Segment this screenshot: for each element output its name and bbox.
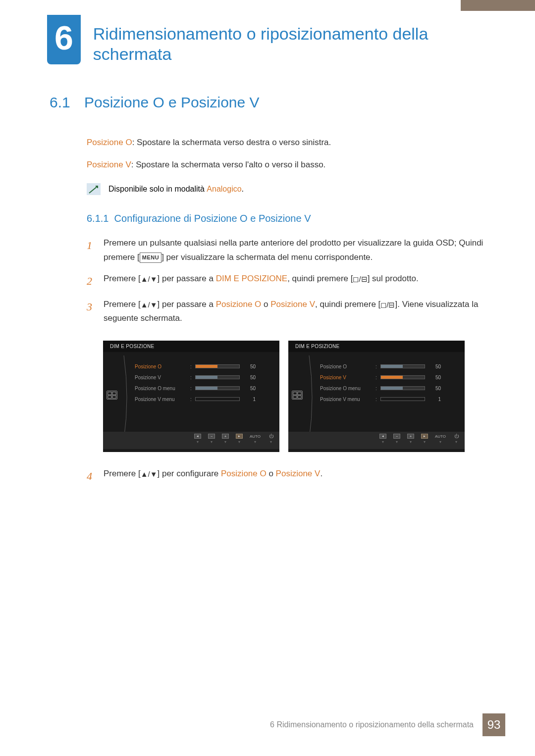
- osd-slider: [195, 386, 240, 390]
- osd-slider: [380, 364, 425, 368]
- osd-screenshots: DIM E POSIZIONEPosizione O:50Posizione V…: [103, 341, 485, 452]
- osd-auto-label: AUTO▾: [250, 434, 261, 444]
- osd-category-icon: [107, 391, 117, 400]
- section-title: Posizione O e Posizione V: [84, 94, 260, 110]
- step-number: 4: [87, 467, 104, 485]
- note-text: Disponibile solo in modalità Analogico.: [108, 185, 244, 194]
- step-4: 4 Premere [▲/▼] per configurare Posizion…: [87, 467, 485, 485]
- step-3: 3 Premere [▲/▼] per passare a Posizione …: [87, 298, 485, 326]
- osd-row-value: 1: [244, 397, 256, 402]
- up-down-key-icon: ▲/▼: [141, 300, 158, 308]
- svg-rect-8: [298, 396, 301, 398]
- svg-rect-6: [298, 392, 301, 395]
- osd-row: Posizione O:50: [320, 361, 459, 372]
- osd-slider: [195, 375, 240, 379]
- svg-rect-7: [293, 396, 297, 398]
- osd-back-icon: ◂▾: [194, 434, 201, 444]
- osd-row-label: Posizione O menu: [320, 386, 375, 391]
- osd-row: Posizione V menu:1: [320, 394, 459, 404]
- top-accent-bar: [461, 0, 535, 11]
- osd-power-icon: ⏻▾: [453, 434, 460, 444]
- up-down-key-icon: ▲/▼: [141, 275, 158, 283]
- steps-list: 1 Premere un pulsante qualsiasi nella pa…: [87, 236, 485, 326]
- osd-plus-icon: +▾: [222, 434, 229, 444]
- pos-o-description: Posizione O: Spostare la schermata verso…: [87, 136, 485, 149]
- pos-v-description: Posizione V: Spostare la schermata verso…: [87, 158, 485, 171]
- osd-panel-left: DIM E POSIZIONEPosizione O:50Posizione V…: [103, 341, 279, 452]
- step-2: 2 Premere [▲/▼] per passare a DIM E POSI…: [87, 272, 485, 290]
- osd-footer: ◂▾−▾+▾▸▾AUTO▾⏻▾: [103, 432, 279, 449]
- step-number: 3: [87, 298, 104, 326]
- chapter-title: Ridimensionamento o riposizionamento del…: [93, 15, 498, 64]
- footer-text: 6 Ridimensionamento o riposizionamento d…: [270, 720, 474, 729]
- pos-o-label: Posizione O: [87, 138, 132, 147]
- mode-analogico: Analogico: [207, 185, 241, 193]
- osd-row-value: 50: [244, 364, 256, 369]
- subsection-title: Configurazione di Posizione O e Posizion…: [114, 213, 311, 224]
- osd-row: Posizione V menu:1: [135, 394, 273, 404]
- osd-slider: [380, 397, 425, 401]
- osd-auto-label: AUTO▾: [435, 434, 446, 444]
- chapter-header: 6 Ridimensionamento o riposizionamento d…: [0, 0, 535, 64]
- osd-plus-icon: +▾: [407, 434, 414, 444]
- osd-category-icon: [292, 391, 303, 400]
- osd-title: DIM E POSIZIONE: [103, 341, 279, 352]
- osd-minus-icon: −▾: [208, 434, 215, 444]
- osd-power-icon: ⏻▾: [268, 434, 274, 444]
- osd-row: Posizione O menu:50: [320, 383, 459, 394]
- osd-footer: ◂▾−▾+▾▸▾AUTO▾⏻▾: [288, 432, 465, 449]
- osd-row-label: Posizione O: [135, 364, 190, 369]
- svg-rect-3: [108, 396, 111, 398]
- page-footer: 6 Ridimensionamento o riposizionamento d…: [0, 713, 535, 736]
- osd-row-label: Posizione O: [320, 364, 375, 369]
- section-number: 6.1: [50, 94, 84, 111]
- osd-play-icon: ▸▾: [421, 434, 428, 444]
- osd-row-label: Posizione V menu: [320, 397, 375, 402]
- osd-row: Posizione O:50: [135, 361, 273, 372]
- osd-minus-icon: −▾: [393, 434, 400, 444]
- menu-key-icon: MENU: [140, 252, 161, 263]
- osd-row-value: 50: [429, 375, 441, 380]
- dim-e-posizione-label: DIM E POSIZIONE: [216, 274, 288, 283]
- svg-rect-1: [108, 392, 111, 395]
- steps-list-cont: 4 Premere [▲/▼] per configurare Posizion…: [87, 467, 485, 485]
- osd-play-icon: ▸▾: [236, 434, 243, 444]
- osd-row-label: Posizione V menu: [135, 397, 190, 402]
- page-number: 93: [482, 713, 505, 736]
- osd-row-value: 1: [429, 397, 441, 402]
- svg-rect-4: [112, 396, 116, 398]
- osd-title: DIM E POSIZIONE: [288, 341, 465, 352]
- osd-row-value: 50: [429, 364, 441, 369]
- section-heading: 6.1Posizione O e Posizione V: [50, 94, 485, 111]
- osd-back-icon: ◂▾: [379, 434, 386, 444]
- up-down-key-icon: ▲/▼: [141, 470, 158, 478]
- osd-slider: [380, 375, 425, 379]
- pos-v-label: Posizione V: [87, 160, 131, 169]
- osd-row-value: 50: [429, 386, 441, 391]
- step-number: 1: [87, 236, 104, 265]
- step-1: 1 Premere un pulsante qualsiasi nella pa…: [87, 236, 485, 265]
- page-content: 6.1Posizione O e Posizione V Posizione O…: [0, 64, 535, 486]
- osd-row-value: 50: [244, 375, 256, 380]
- source-key-icon: ◻/⊟: [353, 275, 367, 283]
- osd-curve-decoration: [305, 355, 325, 440]
- osd-row-label: Posizione O menu: [135, 386, 190, 391]
- step-number: 2: [87, 272, 104, 290]
- source-key-icon: ◻/⊟: [380, 300, 395, 308]
- osd-row: Posizione O menu:50: [135, 383, 273, 394]
- osd-row-label: Posizione V: [320, 375, 375, 380]
- osd-slider: [195, 364, 240, 368]
- osd-panel-right: DIM E POSIZIONEPosizione O:50Posizione V…: [288, 341, 465, 452]
- svg-rect-2: [112, 392, 116, 395]
- osd-curve-decoration: [120, 355, 140, 440]
- info-note-icon: [87, 183, 101, 195]
- osd-slider: [195, 397, 240, 401]
- osd-row-value: 50: [244, 386, 256, 391]
- subsection-heading: 6.1.1 Configurazione di Posizione O e Po…: [87, 213, 485, 224]
- svg-rect-5: [293, 392, 297, 395]
- osd-row-label: Posizione V: [135, 375, 190, 380]
- osd-slider: [380, 386, 425, 390]
- subsection-number: 6.1.1: [87, 213, 108, 224]
- osd-row: Posizione V:50: [135, 372, 273, 383]
- note-row: Disponibile solo in modalità Analogico.: [87, 183, 485, 195]
